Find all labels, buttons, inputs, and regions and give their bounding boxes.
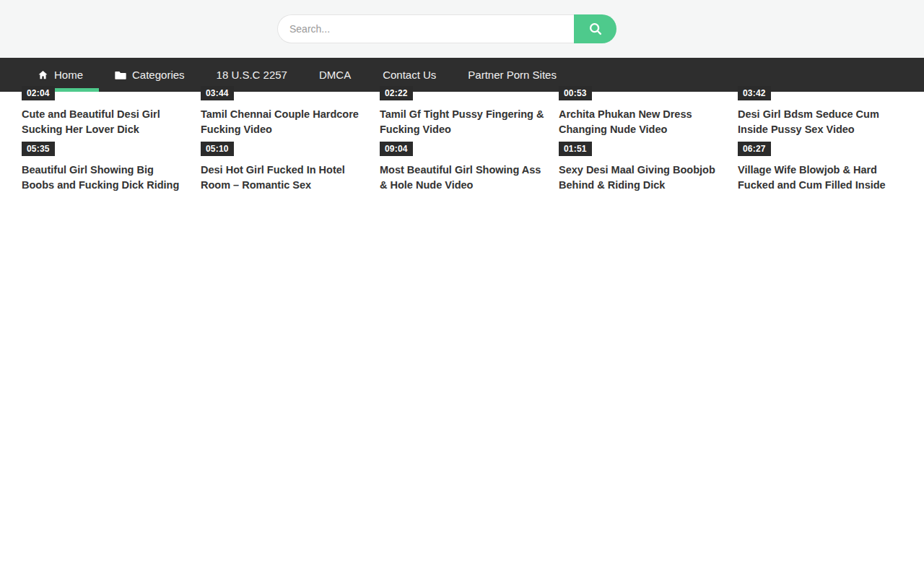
nav-item-partner-sites[interactable]: Partner Porn Sites: [452, 58, 572, 92]
duration-badge: 00:53: [559, 86, 592, 100]
video-title[interactable]: Sexy Desi Maal Giving Boobjob Behind & R…: [559, 163, 723, 193]
nav-item-label: Categories: [132, 69, 185, 81]
nav-item-label: Contact Us: [383, 69, 436, 81]
video-card: 05:10 Desi Hot Girl Fucked In Hotel Room…: [201, 159, 365, 193]
video-title[interactable]: Desi Girl Bdsm Seduce Cum Inside Pussy S…: [738, 107, 902, 137]
nav-item-label: DMCA: [319, 69, 351, 81]
video-card: 02:04 Cute and Beautiful Desi Girl Sucki…: [22, 103, 186, 137]
search-header: [0, 0, 924, 58]
duration-badge: 02:22: [380, 86, 413, 100]
nav-item-label: Home: [54, 69, 83, 81]
search-input[interactable]: [277, 14, 574, 43]
search-button[interactable]: [574, 14, 616, 43]
duration-badge: 03:44: [201, 86, 234, 100]
main-nav: Home Categories 18 U.S.C 2257 DMCA Conta…: [0, 58, 924, 92]
search-form: [277, 14, 616, 43]
duration-badge: 09:04: [380, 142, 413, 156]
duration-badge: 02:04: [22, 86, 55, 100]
video-card: 02:22 Tamil Gf Tight Pussy Fingering & F…: [380, 103, 544, 137]
nav-item-label: Partner Porn Sites: [468, 69, 557, 81]
video-title[interactable]: Beautiful Girl Showing Big Boobs and Fuc…: [22, 163, 186, 193]
video-title[interactable]: Cute and Beautiful Desi Girl Sucking Her…: [22, 107, 186, 137]
video-title[interactable]: Tamil Chennai Couple Hardcore Fucking Vi…: [201, 107, 365, 137]
duration-badge: 05:10: [201, 142, 234, 156]
video-title[interactable]: Village Wife Blowjob & Hard Fucked and C…: [738, 163, 902, 193]
video-card: 00:53 Archita Phukan New Dress Changing …: [559, 103, 723, 137]
video-title[interactable]: Desi Hot Girl Fucked In Hotel Room – Rom…: [201, 163, 365, 193]
duration-badge: 03:42: [738, 86, 771, 100]
folder-icon: [115, 70, 126, 80]
video-card: 05:35 Beautiful Girl Showing Big Boobs a…: [22, 159, 186, 193]
video-card: 03:42 Desi Girl Bdsm Seduce Cum Inside P…: [738, 103, 902, 137]
video-card: 06:27 Village Wife Blowjob & Hard Fucked…: [738, 159, 902, 193]
video-card: 09:04 Most Beautiful Girl Showing Ass & …: [380, 159, 544, 193]
nav-item-label: 18 U.S.C 2257: [217, 69, 287, 81]
duration-badge: 01:51: [559, 142, 592, 156]
duration-badge: 05:35: [22, 142, 55, 156]
video-grid: 02:04 Cute and Beautiful Desi Girl Sucki…: [22, 103, 902, 193]
video-card: 03:44 Tamil Chennai Couple Hardcore Fuck…: [201, 103, 365, 137]
nav-item-dmca[interactable]: DMCA: [303, 58, 367, 92]
video-title[interactable]: Most Beautiful Girl Showing Ass & Hole N…: [380, 163, 544, 193]
video-title[interactable]: Archita Phukan New Dress Changing Nude V…: [559, 107, 723, 137]
nav-item-categories[interactable]: Categories: [99, 58, 201, 92]
video-title[interactable]: Tamil Gf Tight Pussy Fingering & Fucking…: [380, 107, 544, 137]
home-icon: [38, 69, 48, 80]
search-icon: [588, 21, 603, 37]
video-card: 01:51 Sexy Desi Maal Giving Boobjob Behi…: [559, 159, 723, 193]
duration-badge: 06:27: [738, 142, 771, 156]
